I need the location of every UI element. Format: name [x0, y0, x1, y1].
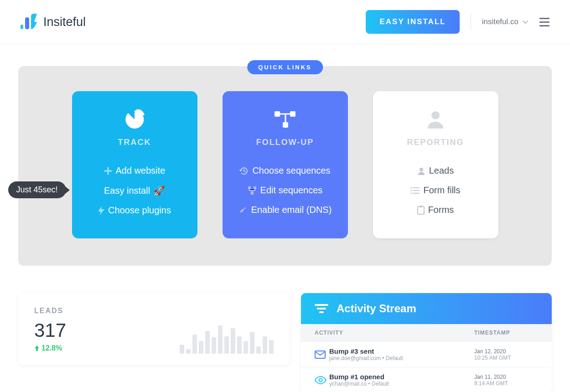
- activity-title: Activity Stream: [337, 302, 416, 315]
- leads-link-label: Leads: [429, 165, 454, 176]
- leads-change-value: 12.8%: [41, 344, 62, 352]
- domain-label: insiteful.co: [482, 17, 518, 26]
- quick-links-reporting-card: REPORTING Leads Form fills Forms: [373, 91, 498, 238]
- choose-sequences-link[interactable]: Choose sequences: [232, 161, 339, 181]
- activity-row-title: Bump #3 sent: [329, 347, 474, 355]
- svg-rect-13: [317, 308, 326, 309]
- svg-point-8: [431, 111, 440, 119]
- checklist-icon: [410, 186, 420, 195]
- followup-title: FOLLOW-UP: [232, 138, 339, 147]
- svg-rect-2: [275, 111, 280, 117]
- choose-plugins-link[interactable]: Choose plugins: [81, 201, 188, 220]
- activity-row-time: 8:14 AM GMT: [474, 380, 538, 387]
- easy-install-label: Easy install: [104, 186, 150, 196]
- svg-rect-1: [25, 17, 29, 29]
- svg-rect-3: [290, 111, 295, 117]
- divider: [471, 14, 471, 30]
- envelope-icon: [315, 351, 329, 359]
- bolt-icon: [98, 206, 104, 215]
- edit-sequences-label: Edit sequences: [260, 185, 323, 196]
- arrow-up-icon: [34, 345, 40, 351]
- reporting-title: REPORTING: [382, 138, 489, 147]
- track-title: TRACK: [81, 138, 188, 147]
- activity-stream-card: Activity Stream ACTIVITY TIMESTAMP Bump …: [301, 293, 552, 392]
- leads-link[interactable]: Leads: [382, 161, 489, 181]
- activity-row-sub: ychan@mail.co • Default: [329, 381, 474, 387]
- pie-chart-icon: [81, 108, 188, 131]
- filter-icon: [315, 303, 328, 314]
- svg-rect-12: [315, 304, 328, 306]
- chevron-down-icon: [522, 19, 529, 25]
- svg-rect-0: [21, 25, 23, 29]
- col-activity-label: ACTIVITY: [315, 330, 474, 336]
- leads-card[interactable]: LEADS 317 12.8%: [18, 293, 290, 365]
- activity-row[interactable]: Bump #3 sent jane.doe@gmail.com • Defaul…: [301, 341, 552, 367]
- svg-rect-4: [283, 122, 288, 128]
- choose-sequences-label: Choose sequences: [252, 165, 330, 176]
- flow-icon: [232, 108, 339, 131]
- person-icon: [382, 108, 489, 131]
- svg-point-16: [319, 378, 322, 382]
- quick-links-followup-card: FOLLOW-UP Choose sequences Edit sequence…: [223, 91, 348, 238]
- forms-label: Forms: [428, 205, 454, 215]
- activity-table-header: ACTIVITY TIMESTAMP: [301, 324, 552, 341]
- leads-label: LEADS: [34, 307, 274, 315]
- easy-install-link[interactable]: Just 45sec! Easy install 🚀: [81, 181, 188, 201]
- form-fills-label: Form fills: [423, 185, 460, 196]
- form-fills-link[interactable]: Form fills: [382, 181, 489, 200]
- add-website-link[interactable]: Add website: [81, 161, 188, 181]
- logo-icon: [21, 14, 41, 30]
- dashboard-bottom-row: LEADS 317 12.8% Activity Stream ACTIVITY…: [18, 293, 552, 392]
- activity-row-time: 10:25 AM GMT: [474, 355, 538, 361]
- activity-header: Activity Stream: [301, 293, 552, 324]
- user-icon: [417, 167, 425, 175]
- wrench-icon: [238, 206, 248, 215]
- brand-logo[interactable]: Insiteful: [21, 14, 86, 30]
- activity-row[interactable]: Bump #1 opened ychan@mail.co • Default J…: [301, 367, 552, 392]
- edit-sequences-link[interactable]: Edit sequences: [232, 181, 339, 200]
- svg-rect-6: [254, 186, 256, 189]
- enable-email-label: Enable email (DNS): [251, 205, 332, 215]
- rocket-icon: 🚀: [154, 185, 165, 196]
- enable-email-link[interactable]: Enable email (DNS): [232, 200, 339, 220]
- header-right: EASY INSTALL insiteful.co: [366, 10, 549, 34]
- quick-links-track-card: TRACK Add website Just 45sec! Easy insta…: [72, 91, 197, 238]
- svg-point-9: [420, 168, 423, 171]
- add-website-label: Add website: [116, 165, 166, 176]
- svg-rect-14: [319, 311, 324, 313]
- col-timestamp-label: TIMESTAMP: [474, 330, 538, 336]
- choose-plugins-label: Choose plugins: [108, 205, 171, 216]
- activity-row-title: Bump #1 opened: [329, 373, 474, 381]
- forms-link[interactable]: Forms: [382, 200, 489, 220]
- activity-row-date: Jan 12, 2020: [474, 348, 538, 355]
- clipboard-icon: [417, 206, 425, 215]
- svg-rect-11: [420, 206, 422, 207]
- brand-name: Insiteful: [43, 15, 86, 29]
- easy-install-button[interactable]: EASY INSTALL: [366, 10, 459, 34]
- eye-icon: [315, 376, 329, 384]
- svg-rect-7: [251, 192, 254, 195]
- domain-selector[interactable]: insiteful.co: [482, 17, 529, 26]
- branch-icon: [248, 186, 257, 195]
- quick-links-panel: TRACK Add website Just 45sec! Easy insta…: [18, 66, 552, 266]
- plus-icon: [104, 167, 112, 175]
- menu-button[interactable]: [539, 18, 549, 26]
- history-icon: [239, 166, 249, 175]
- leads-sparkline: [180, 325, 274, 354]
- header: Insiteful EASY INSTALL insiteful.co: [0, 0, 570, 44]
- svg-rect-10: [418, 206, 424, 214]
- svg-rect-5: [248, 186, 251, 189]
- activity-row-sub: jane.doe@gmail.com • Default: [329, 355, 474, 361]
- quick-links-badge: QUICK LINKS: [247, 60, 323, 74]
- easy-install-tooltip: Just 45sec!: [8, 181, 66, 198]
- activity-row-date: Jan 11, 2020: [474, 374, 538, 380]
